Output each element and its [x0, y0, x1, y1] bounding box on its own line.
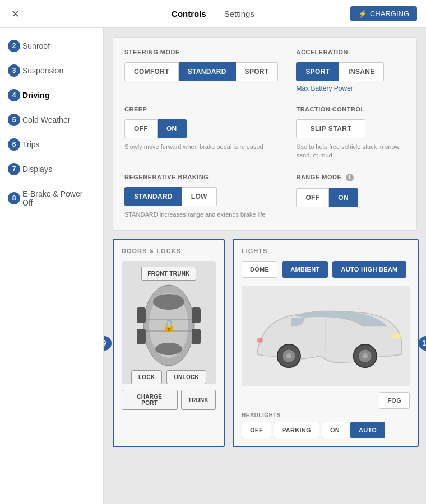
creep-buttons: OFF ON: [124, 119, 278, 138]
fog-button[interactable]: FOG: [379, 392, 410, 409]
lights-top-buttons: DOME AMBIENT AUTO HIGH BEAM: [242, 261, 410, 278]
steering-mode-buttons: COMFORT STANDARD SPORT: [124, 62, 278, 81]
sidebar-badge-2: 2: [8, 40, 20, 52]
headlights-off-button[interactable]: OFF: [242, 422, 271, 438]
range-on-button[interactable]: ON: [329, 188, 358, 207]
doors-panel: DOORS & LOCKS FRONT TRUNK: [113, 239, 225, 447]
svg-point-2: [153, 294, 184, 310]
driving-panel: STEERING MODE COMFORT STANDARD SPORT ACC…: [113, 37, 417, 231]
car-side-svg: [242, 294, 410, 378]
sidebar-item-cold-weather[interactable]: 5 Cold Weather: [0, 108, 103, 132]
main-layout: 2 Sunroof 3 Suspension 4 Driving 5 Cold …: [0, 28, 426, 504]
sidebar-item-label-driving: Driving: [22, 91, 49, 100]
headlights-on-button[interactable]: ON: [322, 422, 348, 438]
acceleration-buttons: SPORT INSANE: [296, 62, 405, 81]
dome-button[interactable]: DOME: [242, 261, 277, 278]
fog-btn-container: FOG: [242, 392, 410, 409]
range-off-button[interactable]: OFF: [296, 188, 329, 207]
steering-comfort-button[interactable]: COMFORT: [124, 62, 179, 81]
max-battery-link[interactable]: Max Battery Power: [296, 85, 405, 92]
regen-helper: STANDARD increases range and extends bra…: [124, 211, 278, 219]
close-button[interactable]: ✕: [9, 6, 22, 22]
auto-high-beam-button[interactable]: AUTO HIGH BEAM: [332, 261, 406, 278]
lock-button[interactable]: LOCK: [131, 370, 163, 384]
tab-controls[interactable]: Controls: [172, 7, 206, 21]
lights-panel: LIGHTS DOME AMBIENT AUTO HIGH BEAM: [233, 239, 419, 447]
steering-mode-label: STEERING MODE: [124, 49, 278, 55]
sidebar-item-driving[interactable]: 4 Driving: [0, 83, 103, 108]
bottom-panels: 9 DOORS & LOCKS FRONT TRUNK: [113, 239, 417, 447]
sidebar-item-label-ebrake: E-Brake & Power Off: [22, 189, 92, 207]
sidebar-item-label-sunroof: Sunroof: [22, 41, 50, 50]
sidebar-item-label-cold-weather: Cold Weather: [22, 115, 70, 124]
sidebar-item-sunroof[interactable]: 2 Sunroof: [0, 34, 103, 58]
doors-title: DOORS & LOCKS: [122, 248, 216, 254]
steering-standard-button[interactable]: STANDARD: [179, 62, 236, 81]
svg-rect-6: [137, 307, 146, 323]
charging-button[interactable]: ⚡ CHARGING: [350, 6, 417, 21]
steering-sport-button[interactable]: SPORT: [236, 62, 279, 81]
sidebar-item-trips[interactable]: 6 Trips: [0, 132, 103, 157]
headlights-buttons: OFF PARKING ON AUTO: [242, 422, 410, 438]
sidebar-item-suspension[interactable]: 3 Suspension: [0, 58, 103, 83]
sidebar-badge-8: 8: [8, 192, 20, 204]
header-tabs: Controls Settings: [172, 7, 254, 21]
creep-section: CREEP OFF ON Slowly move forward when br…: [124, 106, 278, 160]
svg-text:🔓: 🔓: [162, 319, 176, 333]
regen-standard-button[interactable]: STANDARD: [124, 187, 182, 206]
sidebar-badge-7: 7: [8, 163, 20, 175]
regen-braking-label: REGENERATIVE BRAKING: [124, 174, 278, 180]
headlights-section: HEADLIGHTS OFF PARKING ON AUTO: [242, 412, 410, 438]
lock-unlock-row: LOCK UNLOCK: [131, 370, 206, 384]
sidebar-item-label-suspension: Suspension: [22, 66, 63, 75]
regen-braking-buttons: STANDARD LOW: [124, 187, 278, 206]
traction-control-section: TRACTION CONTROL SLIP START Use to help …: [296, 106, 405, 160]
acceleration-label: ACCELERATION: [296, 49, 405, 55]
header: ✕ Controls Settings ⚡ CHARGING: [0, 0, 426, 28]
traction-helper: Use to help free vehicle stuck in snow, …: [296, 143, 405, 160]
creep-off-button[interactable]: OFF: [124, 119, 158, 138]
sidebar-badge-3: 3: [8, 64, 20, 77]
sidebar-badge-6: 6: [8, 138, 20, 151]
car-side-view: [242, 286, 410, 386]
lights-title: LIGHTS: [242, 248, 410, 254]
sidebar-badge-4: 4: [8, 89, 20, 101]
headlights-auto-button[interactable]: AUTO: [350, 422, 385, 438]
headlights-parking-button[interactable]: PARKING: [274, 422, 320, 438]
doors-bottom-buttons: CHARGE PORT TRUNK: [122, 390, 216, 410]
front-trunk-button[interactable]: FRONT TRUNK: [141, 267, 196, 281]
accel-insane-button[interactable]: INSANE: [339, 62, 384, 81]
creep-label: CREEP: [124, 106, 278, 113]
range-mode-section: RANGE MODE i OFF ON: [296, 174, 405, 219]
svg-point-19: [257, 338, 263, 343]
unlock-button[interactable]: UNLOCK: [166, 370, 206, 384]
charging-label: CHARGING: [370, 10, 409, 18]
car-top-view: FRONT TRUNK: [122, 261, 216, 384]
sidebar-item-label-trips: Trips: [22, 140, 40, 149]
steering-mode-section: STEERING MODE COMFORT STANDARD SPORT: [124, 49, 278, 92]
car-top-silhouette: 🔓: [129, 281, 208, 370]
charging-icon: ⚡: [358, 10, 367, 18]
sidebar-item-displays[interactable]: 7 Displays: [0, 157, 103, 181]
svg-point-18: [392, 333, 401, 339]
nav-badge-9: 9: [104, 336, 112, 351]
car-top-svg: 🔓: [132, 281, 205, 370]
tab-settings[interactable]: Settings: [224, 7, 254, 21]
slip-start-button[interactable]: SLIP START: [296, 119, 365, 138]
sidebar: 2 Sunroof 3 Suspension 4 Driving 5 Cold …: [0, 28, 104, 504]
regen-low-button[interactable]: LOW: [182, 187, 217, 206]
acceleration-section: ACCELERATION SPORT INSANE Max Battery Po…: [296, 49, 405, 92]
nav-badge-10: 10: [419, 336, 426, 351]
ambient-button[interactable]: AMBIENT: [282, 261, 328, 278]
trunk-button[interactable]: TRUNK: [181, 390, 216, 410]
svg-rect-7: [192, 307, 201, 323]
range-mode-info-icon[interactable]: i: [346, 174, 354, 181]
accel-sport-button[interactable]: SPORT: [296, 62, 339, 81]
svg-rect-8: [137, 329, 146, 344]
charge-port-button[interactable]: CHARGE PORT: [122, 390, 178, 410]
svg-point-13: [286, 353, 291, 358]
svg-point-16: [363, 353, 368, 358]
content-area: STEERING MODE COMFORT STANDARD SPORT ACC…: [104, 28, 426, 504]
sidebar-item-ebrake[interactable]: 8 E-Brake & Power Off: [0, 181, 103, 215]
creep-on-button[interactable]: ON: [158, 119, 187, 138]
